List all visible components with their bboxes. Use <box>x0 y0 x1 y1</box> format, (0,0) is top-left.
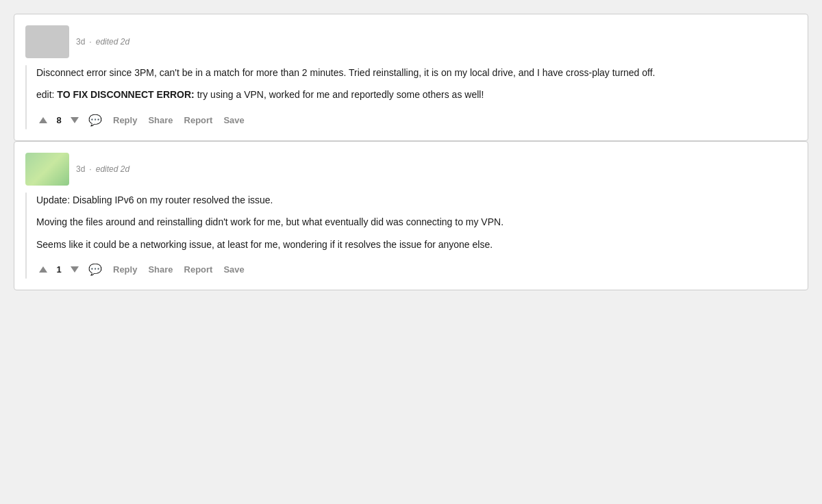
report-button[interactable]: Report <box>180 112 217 128</box>
comment-text: Disconnect error since 3PM, can't be in … <box>36 65 794 103</box>
avatar <box>25 25 69 58</box>
save-button[interactable]: Save <box>219 262 248 277</box>
upvote-button[interactable] <box>36 114 50 126</box>
report-button[interactable]: Report <box>180 262 217 277</box>
comment-thread-line <box>25 192 27 279</box>
reply-button[interactable]: Reply <box>109 112 141 128</box>
downvote-arrow-icon <box>71 266 79 273</box>
vote-section: 1 <box>36 264 82 275</box>
comment-header: 3d·edited 2d <box>25 153 794 186</box>
comment-paragraph: Disconnect error since 3PM, can't be in … <box>36 65 794 80</box>
vote-count: 1 <box>56 264 62 275</box>
comment-thread-line <box>25 65 27 129</box>
vote-count: 8 <box>56 115 62 125</box>
upvote-button[interactable] <box>36 264 50 275</box>
comment-body: Update: Disabling IPv6 on my router reso… <box>36 192 794 279</box>
chat-icon-button[interactable]: 💬 <box>84 111 106 129</box>
downvote-button[interactable] <box>68 264 82 275</box>
share-button[interactable]: Share <box>144 112 177 128</box>
comment-edited: edited 2d <box>96 37 129 47</box>
comment-paragraph: edit: TO FIX DISCONNECT ERROR: try using… <box>36 87 794 102</box>
comment-body-wrapper: Disconnect error since 3PM, can't be in … <box>25 65 794 129</box>
chat-icon: 💬 <box>88 263 102 276</box>
comment-paragraph: Moving the files around and reinstalling… <box>36 214 794 229</box>
comment-card-2: 3d·edited 2dUpdate: Disabling IPv6 on my… <box>14 141 808 290</box>
upvote-arrow-icon <box>39 266 47 273</box>
comment-card-1: 3d·edited 2dDisconnect error since 3PM, … <box>14 14 808 141</box>
comment-body: Disconnect error since 3PM, can't be in … <box>36 65 794 129</box>
downvote-arrow-icon <box>71 117 79 123</box>
save-button[interactable]: Save <box>219 112 248 128</box>
share-button[interactable]: Share <box>144 262 177 277</box>
vote-section: 8 <box>36 114 82 126</box>
chat-icon-button[interactable]: 💬 <box>84 260 106 279</box>
comment-edited: edited 2d <box>96 164 129 174</box>
avatar <box>25 153 69 186</box>
comment-body-wrapper: Update: Disabling IPv6 on my router reso… <box>25 192 794 279</box>
comment-text: Update: Disabling IPv6 on my router reso… <box>36 192 794 252</box>
comment-actions: 8💬ReplyShareReportSave <box>36 111 794 129</box>
reply-button[interactable]: Reply <box>109 262 141 277</box>
comment-meta: 3d·edited 2d <box>76 164 129 174</box>
chat-icon: 💬 <box>88 114 102 127</box>
comment-header: 3d·edited 2d <box>25 25 794 58</box>
comment-paragraph: Update: Disabling IPv6 on my router reso… <box>36 192 794 207</box>
comment-actions: 1💬ReplyShareReportSave <box>36 260 794 279</box>
meta-separator: · <box>89 164 91 174</box>
comment-meta: 3d·edited 2d <box>76 37 129 47</box>
comment-paragraph: Seems like it could be a networking issu… <box>36 237 794 252</box>
comment-time: 3d <box>76 37 85 47</box>
upvote-arrow-icon <box>39 117 47 123</box>
meta-separator: · <box>89 37 91 47</box>
comment-time: 3d <box>76 164 85 174</box>
downvote-button[interactable] <box>68 114 82 126</box>
